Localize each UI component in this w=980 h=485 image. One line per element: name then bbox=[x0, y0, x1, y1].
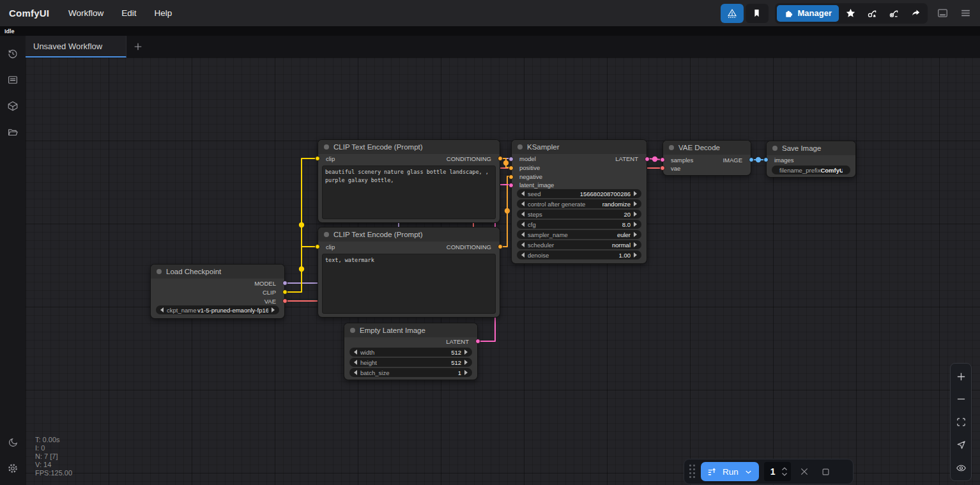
select-mode-button[interactable] bbox=[953, 437, 969, 452]
output-port-latent[interactable] bbox=[645, 157, 650, 162]
tab-unsaved-workflow[interactable]: Unsaved Workflow bbox=[26, 36, 126, 58]
output-port-conditioning[interactable] bbox=[498, 244, 503, 249]
node-clip-text-encode-positive[interactable]: CLIP Text Encode (Prompt) clip CONDITION… bbox=[318, 139, 500, 223]
input-port-samples[interactable] bbox=[660, 157, 665, 162]
star-button[interactable] bbox=[840, 5, 861, 22]
drafting-tool-button[interactable] bbox=[721, 4, 744, 23]
collapse-dot[interactable] bbox=[669, 145, 674, 150]
widget-left-arrow[interactable] bbox=[160, 307, 164, 312]
clear-queue-button[interactable] bbox=[796, 463, 813, 480]
widget-left-arrow[interactable] bbox=[521, 252, 524, 258]
collapse-dot[interactable] bbox=[350, 328, 355, 333]
input-port-model[interactable] bbox=[509, 157, 514, 162]
negative-prompt-textarea[interactable]: text, watermark bbox=[322, 254, 496, 314]
node-clip-text-encode-negative[interactable]: CLIP Text Encode (Prompt) clip CONDITION… bbox=[318, 227, 500, 318]
filename-prefix-widget[interactable]: filename_prefix ComfyUI bbox=[772, 166, 850, 174]
widget-right-arrow[interactable] bbox=[634, 191, 637, 196]
input-port-latent-image[interactable] bbox=[509, 183, 514, 188]
widget-right-arrow[interactable] bbox=[272, 307, 275, 312]
new-tab-button[interactable] bbox=[126, 36, 149, 58]
main-menu-button[interactable] bbox=[957, 5, 974, 22]
graph-canvas[interactable]: Load Checkpoint MODEL CLIP VAE ckpt_name… bbox=[26, 58, 980, 485]
positive-prompt-textarea[interactable]: beautiful scenery nature glass bottle la… bbox=[322, 166, 496, 219]
widget-left-arrow[interactable] bbox=[521, 191, 524, 196]
sampler-name-widget[interactable]: sampler_name euler bbox=[517, 230, 641, 239]
chevron-down-icon[interactable] bbox=[744, 467, 753, 477]
widget-right-arrow[interactable] bbox=[464, 370, 468, 375]
input-port-clip[interactable] bbox=[315, 156, 320, 161]
output-port-model[interactable] bbox=[282, 281, 287, 286]
batch-size-widget[interactable]: batch_size 1 bbox=[349, 368, 472, 377]
widget-right-arrow[interactable] bbox=[634, 212, 637, 217]
batch-count-input[interactable]: 1 bbox=[764, 462, 791, 481]
input-port-images[interactable] bbox=[763, 157, 769, 162]
seed-widget[interactable]: seed 156680208700286 bbox=[517, 189, 641, 198]
stop-button[interactable] bbox=[818, 463, 834, 480]
collapse-dot[interactable] bbox=[157, 269, 162, 274]
bottom-panel-toggle-button[interactable] bbox=[934, 5, 951, 22]
app-logo[interactable]: ComfyUI bbox=[9, 8, 49, 19]
node-ksampler[interactable]: KSampler model positive negative latent_… bbox=[511, 139, 647, 264]
zoom-in-button[interactable] bbox=[953, 369, 969, 384]
collapse-dot[interactable] bbox=[772, 146, 777, 151]
menu-workflow[interactable]: Workflow bbox=[68, 8, 103, 18]
widget-right-arrow[interactable] bbox=[464, 350, 468, 355]
bookmark-button[interactable] bbox=[746, 4, 769, 23]
zoom-out-button[interactable] bbox=[953, 392, 969, 407]
collapse-dot[interactable] bbox=[517, 144, 523, 150]
input-port-clip[interactable] bbox=[315, 244, 320, 249]
widget-left-arrow[interactable] bbox=[521, 212, 524, 217]
sidebar-item-queue[interactable] bbox=[3, 70, 23, 90]
sidebar-item-history[interactable] bbox=[3, 43, 23, 64]
widget-left-arrow[interactable] bbox=[521, 242, 524, 247]
input-port-vae[interactable] bbox=[660, 166, 665, 171]
stepper-down-icon[interactable] bbox=[781, 472, 788, 477]
settings-button[interactable] bbox=[3, 458, 23, 479]
stepper-up-icon[interactable] bbox=[781, 466, 788, 472]
widget-right-arrow[interactable] bbox=[634, 222, 637, 227]
scheduler-widget[interactable]: scheduler normal bbox=[517, 240, 641, 249]
fit-view-button[interactable] bbox=[953, 415, 969, 430]
node-vae-decode[interactable]: VAE Decode samples vae IMAGE bbox=[662, 140, 751, 176]
share-button[interactable] bbox=[905, 5, 926, 22]
input-port-negative[interactable] bbox=[509, 174, 514, 180]
widget-right-arrow[interactable] bbox=[634, 252, 637, 258]
output-port-clip[interactable] bbox=[282, 289, 287, 295]
vacuum-filled-button[interactable] bbox=[884, 5, 904, 22]
collapse-dot[interactable] bbox=[324, 144, 329, 150]
widget-right-arrow[interactable] bbox=[634, 242, 637, 247]
output-port-conditioning[interactable] bbox=[498, 156, 503, 161]
denoise-widget[interactable]: denoise 1.00 bbox=[517, 250, 641, 259]
ckpt-name-widget[interactable]: ckpt_name v1-5-pruned-emaonly-fp16.s... bbox=[156, 305, 279, 314]
menu-edit[interactable]: Edit bbox=[121, 8, 136, 18]
control-after-generate-widget[interactable]: control after generate randomize bbox=[517, 199, 641, 208]
node-load-checkpoint[interactable]: Load Checkpoint MODEL CLIP VAE ckpt_name… bbox=[150, 264, 285, 319]
vacuum-button[interactable] bbox=[862, 5, 882, 22]
node-save-image[interactable]: Save Image images filename_prefix ComfyU… bbox=[766, 141, 856, 178]
widget-left-arrow[interactable] bbox=[354, 350, 357, 355]
cfg-widget[interactable]: cfg 8.0 bbox=[517, 220, 641, 229]
steps-widget[interactable]: steps 20 bbox=[517, 210, 641, 219]
widget-right-arrow[interactable] bbox=[634, 232, 637, 237]
collapse-dot[interactable] bbox=[324, 232, 329, 237]
widget-left-arrow[interactable] bbox=[354, 360, 357, 365]
manager-button[interactable]: Manager bbox=[777, 5, 839, 22]
widget-left-arrow[interactable] bbox=[521, 232, 524, 237]
theme-toggle-button[interactable] bbox=[3, 432, 23, 452]
widget-left-arrow[interactable] bbox=[521, 201, 524, 206]
width-widget[interactable]: width 512 bbox=[349, 348, 472, 357]
widget-left-arrow[interactable] bbox=[521, 222, 524, 227]
input-port-positive[interactable] bbox=[509, 166, 514, 171]
node-empty-latent-image[interactable]: Empty Latent Image LATENT width 512 heig… bbox=[344, 323, 478, 380]
sidebar-item-workflows[interactable] bbox=[3, 122, 23, 142]
toggle-links-button[interactable] bbox=[953, 460, 969, 475]
run-button[interactable]: Run bbox=[701, 462, 759, 481]
widget-right-arrow[interactable] bbox=[634, 201, 637, 206]
output-port-latent[interactable] bbox=[475, 339, 480, 344]
menu-help[interactable]: Help bbox=[155, 8, 172, 18]
output-port-image[interactable] bbox=[749, 157, 754, 162]
drag-handle[interactable] bbox=[689, 465, 696, 479]
widget-right-arrow[interactable] bbox=[464, 360, 468, 365]
output-port-vae[interactable] bbox=[282, 298, 287, 304]
sidebar-item-node-library[interactable] bbox=[3, 96, 23, 116]
